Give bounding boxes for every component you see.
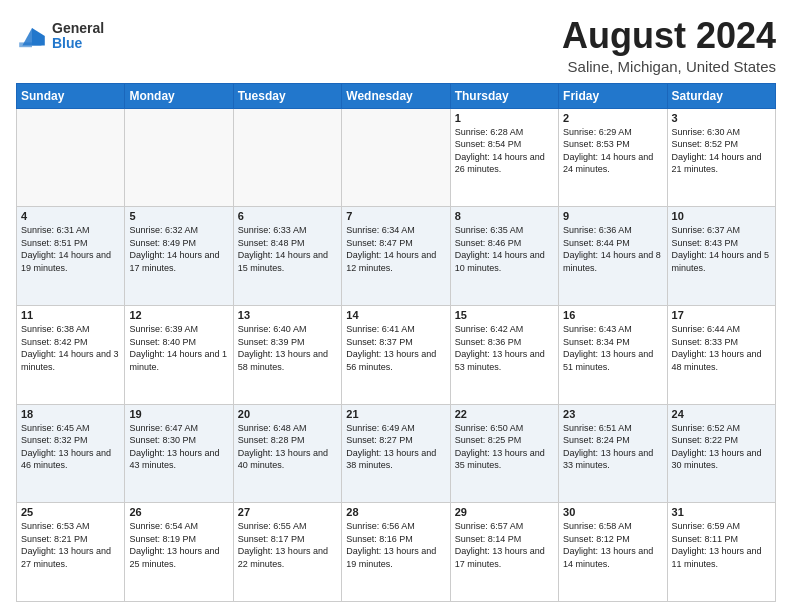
calendar-cell: 15Sunrise: 6:42 AM Sunset: 8:36 PM Dayli… (450, 305, 558, 404)
day-info: Sunrise: 6:49 AM Sunset: 8:27 PM Dayligh… (346, 422, 445, 472)
calendar-body: 1Sunrise: 6:28 AM Sunset: 8:54 PM Daylig… (17, 108, 776, 601)
day-number: 14 (346, 309, 445, 321)
day-info: Sunrise: 6:55 AM Sunset: 8:17 PM Dayligh… (238, 520, 337, 570)
day-number: 20 (238, 408, 337, 420)
day-info: Sunrise: 6:50 AM Sunset: 8:25 PM Dayligh… (455, 422, 554, 472)
calendar-cell: 6Sunrise: 6:33 AM Sunset: 8:48 PM Daylig… (233, 207, 341, 306)
calendar-cell: 18Sunrise: 6:45 AM Sunset: 8:32 PM Dayli… (17, 404, 125, 503)
day-number: 8 (455, 210, 554, 222)
week-row-4: 25Sunrise: 6:53 AM Sunset: 8:21 PM Dayli… (17, 503, 776, 602)
day-number: 13 (238, 309, 337, 321)
calendar-cell: 25Sunrise: 6:53 AM Sunset: 8:21 PM Dayli… (17, 503, 125, 602)
calendar-cell: 14Sunrise: 6:41 AM Sunset: 8:37 PM Dayli… (342, 305, 450, 404)
day-info: Sunrise: 6:30 AM Sunset: 8:52 PM Dayligh… (672, 126, 771, 176)
days-of-week-row: Sunday Monday Tuesday Wednesday Thursday… (17, 83, 776, 108)
day-info: Sunrise: 6:57 AM Sunset: 8:14 PM Dayligh… (455, 520, 554, 570)
day-info: Sunrise: 6:36 AM Sunset: 8:44 PM Dayligh… (563, 224, 662, 274)
day-info: Sunrise: 6:42 AM Sunset: 8:36 PM Dayligh… (455, 323, 554, 373)
day-number: 22 (455, 408, 554, 420)
day-number: 5 (129, 210, 228, 222)
day-info: Sunrise: 6:44 AM Sunset: 8:33 PM Dayligh… (672, 323, 771, 373)
day-number: 2 (563, 112, 662, 124)
logo-general-text: General (52, 21, 104, 36)
sub-title: Saline, Michigan, United States (562, 58, 776, 75)
logo: General Blue (16, 20, 104, 52)
day-number: 18 (21, 408, 120, 420)
col-friday: Friday (559, 83, 667, 108)
logo-blue-text: Blue (52, 36, 104, 51)
day-number: 12 (129, 309, 228, 321)
col-sunday: Sunday (17, 83, 125, 108)
day-number: 17 (672, 309, 771, 321)
day-number: 9 (563, 210, 662, 222)
day-info: Sunrise: 6:29 AM Sunset: 8:53 PM Dayligh… (563, 126, 662, 176)
day-info: Sunrise: 6:40 AM Sunset: 8:39 PM Dayligh… (238, 323, 337, 373)
calendar-cell: 20Sunrise: 6:48 AM Sunset: 8:28 PM Dayli… (233, 404, 341, 503)
day-info: Sunrise: 6:39 AM Sunset: 8:40 PM Dayligh… (129, 323, 228, 373)
calendar-cell (125, 108, 233, 207)
day-number: 1 (455, 112, 554, 124)
calendar-cell: 24Sunrise: 6:52 AM Sunset: 8:22 PM Dayli… (667, 404, 775, 503)
calendar-cell (17, 108, 125, 207)
day-number: 16 (563, 309, 662, 321)
calendar-cell: 23Sunrise: 6:51 AM Sunset: 8:24 PM Dayli… (559, 404, 667, 503)
day-info: Sunrise: 6:54 AM Sunset: 8:19 PM Dayligh… (129, 520, 228, 570)
col-tuesday: Tuesday (233, 83, 341, 108)
calendar-header: Sunday Monday Tuesday Wednesday Thursday… (17, 83, 776, 108)
day-info: Sunrise: 6:31 AM Sunset: 8:51 PM Dayligh… (21, 224, 120, 274)
day-info: Sunrise: 6:53 AM Sunset: 8:21 PM Dayligh… (21, 520, 120, 570)
day-info: Sunrise: 6:56 AM Sunset: 8:16 PM Dayligh… (346, 520, 445, 570)
logo-icon (16, 20, 48, 52)
day-info: Sunrise: 6:47 AM Sunset: 8:30 PM Dayligh… (129, 422, 228, 472)
main-title: August 2024 (562, 16, 776, 56)
calendar-cell: 11Sunrise: 6:38 AM Sunset: 8:42 PM Dayli… (17, 305, 125, 404)
calendar-cell: 5Sunrise: 6:32 AM Sunset: 8:49 PM Daylig… (125, 207, 233, 306)
day-info: Sunrise: 6:45 AM Sunset: 8:32 PM Dayligh… (21, 422, 120, 472)
calendar-cell: 29Sunrise: 6:57 AM Sunset: 8:14 PM Dayli… (450, 503, 558, 602)
calendar-table: Sunday Monday Tuesday Wednesday Thursday… (16, 83, 776, 602)
calendar-cell: 9Sunrise: 6:36 AM Sunset: 8:44 PM Daylig… (559, 207, 667, 306)
day-info: Sunrise: 6:48 AM Sunset: 8:28 PM Dayligh… (238, 422, 337, 472)
calendar-cell: 27Sunrise: 6:55 AM Sunset: 8:17 PM Dayli… (233, 503, 341, 602)
svg-rect-3 (19, 42, 32, 47)
day-number: 27 (238, 506, 337, 518)
calendar-cell: 17Sunrise: 6:44 AM Sunset: 8:33 PM Dayli… (667, 305, 775, 404)
page: General Blue August 2024 Saline, Michiga… (0, 0, 792, 612)
calendar-cell: 1Sunrise: 6:28 AM Sunset: 8:54 PM Daylig… (450, 108, 558, 207)
day-number: 26 (129, 506, 228, 518)
calendar-cell: 16Sunrise: 6:43 AM Sunset: 8:34 PM Dayli… (559, 305, 667, 404)
calendar-cell: 3Sunrise: 6:30 AM Sunset: 8:52 PM Daylig… (667, 108, 775, 207)
day-number: 24 (672, 408, 771, 420)
calendar-cell: 21Sunrise: 6:49 AM Sunset: 8:27 PM Dayli… (342, 404, 450, 503)
calendar-cell: 10Sunrise: 6:37 AM Sunset: 8:43 PM Dayli… (667, 207, 775, 306)
day-number: 3 (672, 112, 771, 124)
calendar-cell: 28Sunrise: 6:56 AM Sunset: 8:16 PM Dayli… (342, 503, 450, 602)
day-number: 31 (672, 506, 771, 518)
day-number: 21 (346, 408, 445, 420)
calendar-cell: 22Sunrise: 6:50 AM Sunset: 8:25 PM Dayli… (450, 404, 558, 503)
day-number: 23 (563, 408, 662, 420)
day-number: 7 (346, 210, 445, 222)
calendar-cell: 2Sunrise: 6:29 AM Sunset: 8:53 PM Daylig… (559, 108, 667, 207)
week-row-0: 1Sunrise: 6:28 AM Sunset: 8:54 PM Daylig… (17, 108, 776, 207)
day-number: 25 (21, 506, 120, 518)
day-info: Sunrise: 6:43 AM Sunset: 8:34 PM Dayligh… (563, 323, 662, 373)
day-number: 28 (346, 506, 445, 518)
day-number: 19 (129, 408, 228, 420)
day-info: Sunrise: 6:32 AM Sunset: 8:49 PM Dayligh… (129, 224, 228, 274)
day-info: Sunrise: 6:35 AM Sunset: 8:46 PM Dayligh… (455, 224, 554, 274)
week-row-1: 4Sunrise: 6:31 AM Sunset: 8:51 PM Daylig… (17, 207, 776, 306)
title-block: August 2024 Saline, Michigan, United Sta… (562, 16, 776, 75)
day-info: Sunrise: 6:59 AM Sunset: 8:11 PM Dayligh… (672, 520, 771, 570)
calendar-cell: 8Sunrise: 6:35 AM Sunset: 8:46 PM Daylig… (450, 207, 558, 306)
day-number: 10 (672, 210, 771, 222)
col-monday: Monday (125, 83, 233, 108)
day-number: 15 (455, 309, 554, 321)
col-thursday: Thursday (450, 83, 558, 108)
day-info: Sunrise: 6:38 AM Sunset: 8:42 PM Dayligh… (21, 323, 120, 373)
calendar-cell: 31Sunrise: 6:59 AM Sunset: 8:11 PM Dayli… (667, 503, 775, 602)
day-number: 30 (563, 506, 662, 518)
col-saturday: Saturday (667, 83, 775, 108)
calendar-cell (342, 108, 450, 207)
calendar-cell: 30Sunrise: 6:58 AM Sunset: 8:12 PM Dayli… (559, 503, 667, 602)
